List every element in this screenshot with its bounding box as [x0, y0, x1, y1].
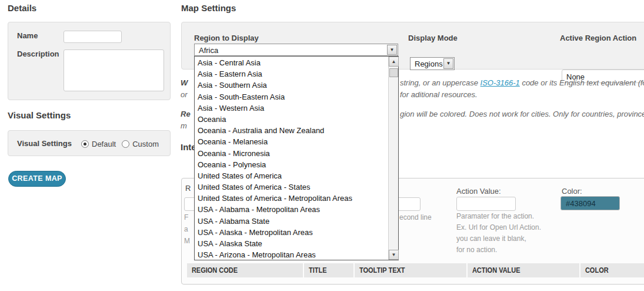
- custom-radio-label: Custom: [132, 140, 159, 148]
- create-map-button[interactable]: CREATE MAP: [8, 171, 66, 187]
- display-mode-value: Regions: [415, 59, 443, 68]
- dropdown-option[interactable]: United States of America - Metropolitan …: [195, 193, 388, 204]
- table-header-title: TITLE: [304, 263, 353, 277]
- visual-settings-row-label: Visual Settings: [17, 139, 72, 148]
- dropdown-option[interactable]: Oceania - Polynesia: [195, 159, 388, 170]
- default-radio[interactable]: [81, 140, 89, 148]
- name-label: Name: [17, 31, 38, 40]
- page: Details Name Description Visual Settings…: [0, 0, 644, 291]
- note-lead-fragment: Re: [181, 110, 191, 118]
- note-fragment: or: [181, 90, 188, 99]
- chevron-down-icon[interactable]: ▼: [387, 45, 397, 55]
- table-header-region-code: REGION CODE: [187, 263, 303, 277]
- region-code-help: M: [184, 237, 190, 245]
- action-value-label: Action Value:: [456, 187, 501, 196]
- region-code-help: F: [184, 213, 188, 221]
- active-region-action-label: Active Region Action: [560, 34, 636, 42]
- action-value-help: for no action.: [456, 246, 497, 254]
- dropdown-option[interactable]: Oceania - Australia and New Zealand: [195, 125, 388, 136]
- description-textarea[interactable]: [64, 49, 164, 91]
- region-to-display-label: Region to Display: [194, 34, 259, 42]
- display-mode-select[interactable]: Regions ▼: [410, 57, 455, 70]
- dropdown-option[interactable]: Asia - Eastern Asia: [195, 68, 388, 80]
- dropdown-scrollbar[interactable]: ▲ ▼: [388, 57, 398, 260]
- note-text: code or its English text equivalent (for…: [520, 78, 644, 87]
- region-select-value: Africa: [199, 45, 218, 54]
- dropdown-option[interactable]: USA - Alaska - Metropolitan Areas: [195, 227, 388, 238]
- region-select[interactable]: Africa ▼: [194, 44, 398, 56]
- region-code-help: a: [184, 225, 188, 233]
- color-label: Color:: [562, 187, 582, 196]
- scrollbar-thumb[interactable]: [389, 68, 398, 77]
- name-input[interactable]: [64, 31, 122, 43]
- table-header-action-value: ACTION VALUE: [468, 263, 579, 277]
- dropdown-option[interactable]: USA - Alaska State: [195, 238, 388, 249]
- note-fragment: W: [181, 78, 188, 87]
- tooltip-help: econd line: [399, 213, 432, 221]
- note-line: for aditional resources.: [400, 90, 478, 99]
- action-value-input[interactable]: [456, 197, 516, 211]
- dropdown-option[interactable]: Asia - Central Asia: [195, 57, 388, 68]
- chevron-down-icon[interactable]: ▼: [443, 58, 453, 69]
- table-header-label: ACTION VALUE: [468, 263, 520, 277]
- default-radio-label: Default: [92, 140, 116, 148]
- note-line: gion will be colored. Does not work for …: [400, 110, 644, 118]
- map-settings-heading: Map Settings: [181, 3, 236, 13]
- custom-radio[interactable]: [122, 140, 129, 148]
- table-header-label: TITLE: [304, 263, 326, 277]
- table-header-label: REGION CODE: [187, 263, 238, 277]
- dropdown-option[interactable]: USA - Arizona - Metropolitan Areas: [195, 249, 388, 259]
- scroll-up-icon[interactable]: ▲: [389, 57, 399, 67]
- table-header-color: COLOR: [580, 263, 644, 277]
- dropdown-option[interactable]: Asia - Western Asia: [195, 102, 388, 114]
- action-value-help: you can leave it blank,: [456, 234, 526, 243]
- scroll-down-icon[interactable]: ▼: [389, 250, 399, 260]
- display-mode-label: Display Mode: [408, 34, 458, 42]
- table-header-label: TOOLTIP TEXT: [355, 263, 405, 277]
- region-dropdown-options: Asia - Central Asia Asia - Eastern Asia …: [195, 57, 388, 259]
- color-input[interactable]: #438094: [560, 196, 620, 210]
- dropdown-option[interactable]: Oceania - Melanesia: [195, 136, 388, 147]
- visual-settings-radio-group: DefaultCustom: [81, 138, 165, 149]
- dropdown-option[interactable]: Asia - South-Eastern Asia: [195, 91, 388, 102]
- dropdown-option[interactable]: Asia - Southern Asia: [195, 80, 388, 91]
- dropdown-option[interactable]: United States of America - States: [195, 181, 388, 193]
- note-fragment: m: [181, 121, 187, 130]
- note-line: string, or an uppercase ISO-3166-1 code …: [400, 78, 644, 87]
- dropdown-option[interactable]: USA - Alabama - Metropolitan Areas: [195, 204, 388, 215]
- note-lead-fragment: W: [181, 78, 188, 87]
- note-fragment: Re: [181, 110, 191, 118]
- visual-settings-heading: Visual Settings: [8, 110, 71, 120]
- table-header-label: COLOR: [580, 263, 609, 277]
- dropdown-option[interactable]: USA - Alabama State: [195, 216, 388, 227]
- table-header-tooltip-text: TOOLTIP TEXT: [355, 263, 466, 277]
- dropdown-option[interactable]: Oceania: [195, 114, 388, 125]
- note-text: string, or an uppercase: [400, 78, 481, 87]
- region-dropdown-list: Asia - Central Asia Asia - Eastern Asia …: [194, 56, 399, 260]
- dropdown-option[interactable]: Oceania - Micronesia: [195, 148, 388, 159]
- action-value-help: Paramater for the action.: [456, 212, 534, 220]
- description-label: Description: [17, 49, 59, 58]
- region-code-label: R: [185, 184, 191, 193]
- details-heading: Details: [8, 3, 36, 13]
- dropdown-option[interactable]: United States of America: [195, 170, 388, 181]
- iso-3166-link[interactable]: ISO-3166-1: [481, 78, 520, 87]
- action-value-help: Ex. Url for Open Url Action.: [456, 223, 541, 232]
